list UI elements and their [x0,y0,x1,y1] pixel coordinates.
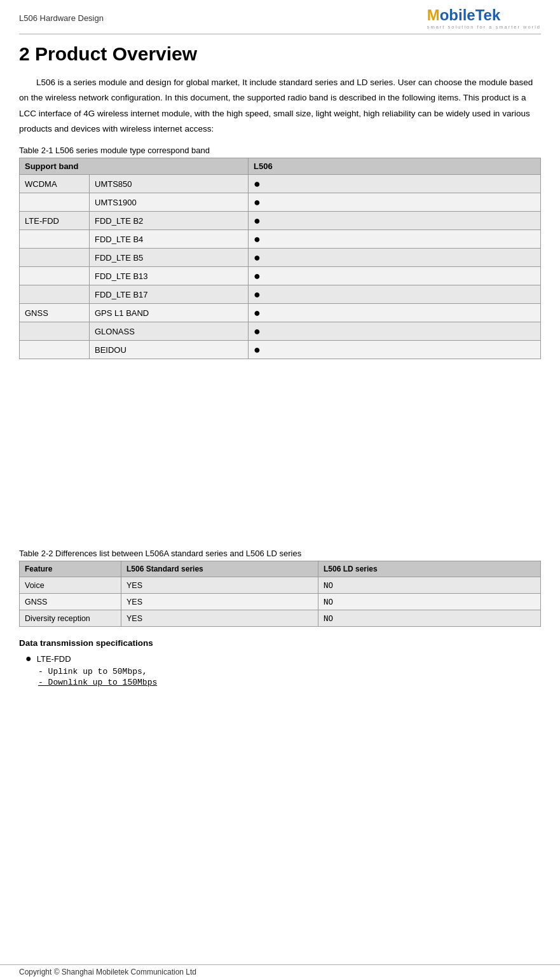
cell-bullet: ● [249,249,541,267]
table-row: UMTS1900 ● [20,193,541,212]
cell-ltefdd: LTE-FDD [20,212,90,230]
cell-empty [20,249,90,267]
dt-heading: Data transmission specifications [19,638,541,648]
document-title: L506 Hardware Design [19,13,104,23]
table-row: FDD_LTE B13 ● [20,267,541,285]
bullet-icon: ● [254,196,261,209]
footer: Copyright © Shanghai Mobiletek Communica… [0,964,560,979]
cell-empty [20,267,90,285]
cell-wcdma: WCDMA [20,175,90,193]
logo-slogan: smart solution for a smarter world [427,24,541,30]
logo-rest: obileTek [440,6,501,24]
table2-header-standard: L506 Standard series [121,561,318,577]
table-row: BEIDOU ● [20,341,541,359]
cell-gnss2: GNSS [20,594,121,610]
table-row: GNSS YES NO [20,594,541,610]
cell-fddlteb5: FDD_LTE B5 [90,249,249,267]
cell-voice: Voice [20,577,121,594]
cell-diversity: Diversity reception [20,610,121,627]
table1-header-support: Support band [20,158,249,175]
table1-caption: Table 2-1 L506 series module type corres… [19,146,541,155]
cell-fddlteb17: FDD_LTE B17 [90,285,249,304]
cell-bullet: ● [249,322,541,341]
cell-bullet: ● [249,175,541,193]
bullet-icon: ● [254,233,261,245]
cell-bullet: ● [249,341,541,359]
table2-header-feature: Feature [20,561,121,577]
bullet-icon: ● [254,214,261,227]
bullet-icon: ● [254,325,261,338]
table-row: Diversity reception YES NO [20,610,541,627]
bullet-icon: ● [254,288,261,301]
table1-header-row: Support band L506 [20,158,541,175]
cell-empty [20,230,90,249]
cell-empty [20,322,90,341]
table1: Support band L506 WCDMA UMTS850 ● UMTS19… [19,158,541,359]
cell-voice-ld: NO [318,577,541,594]
cell-gnss-ld: NO [318,594,541,610]
logo-m-letter: M [427,6,440,24]
cell-empty [20,341,90,359]
table-row: FDD_LTE B5 ● [20,249,541,267]
cell-gnss-standard: YES [121,594,318,610]
table-row: GLONASS ● [20,322,541,341]
cell-umts850: UMTS850 [90,175,249,193]
bullet-icon: ● [254,306,261,319]
table1-header-l506: L506 [249,158,541,175]
cell-bullet: ● [249,304,541,322]
dt-downlink: - Downlink up to 150Mbps [38,678,541,687]
table2-header-row: Feature L506 Standard series L506 LD ser… [20,561,541,577]
table2-header-ld: L506 LD series [318,561,541,577]
logo-icon: MobileTek smart solution for a smarter w… [427,6,541,30]
dt-bullet-icon: ● [25,653,32,664]
intro-paragraph: L506 is a series module and design for g… [19,75,541,137]
dt-uplink: - Uplink up to 50Mbps, [38,667,541,676]
cell-glonass: GLONASS [90,322,249,341]
table-row: LTE-FDD FDD_LTE B2 ● [20,212,541,230]
table-row: FDD_LTE B17 ● [20,285,541,304]
cell-gnss: GNSS [20,304,90,322]
bullet-icon: ● [254,177,261,190]
table-row: Voice YES NO [20,577,541,594]
dt-lte-fdd-item: ● LTE-FDD [25,653,541,664]
table-row: WCDMA UMTS850 ● [20,175,541,193]
bullet-icon: ● [254,343,261,356]
cell-voice-standard: YES [121,577,318,594]
logo: MobileTek smart solution for a smarter w… [427,6,541,30]
dt-lte-fdd-label: LTE-FDD [37,654,71,664]
cell-beidou: BEIDOU [90,341,249,359]
table2-caption: Table 2-2 Differences list between L506A… [19,549,541,558]
cell-fddlteb4: FDD_LTE B4 [90,230,249,249]
cell-bullet: ● [249,212,541,230]
table-row: FDD_LTE B4 ● [20,230,541,249]
bullet-icon: ● [254,270,261,282]
table2: Feature L506 Standard series L506 LD ser… [19,561,541,627]
page-header: L506 Hardware Design MobileTek smart sol… [19,6,541,34]
cell-diversity-ld: NO [318,610,541,627]
cell-fddlteb2: FDD_LTE B2 [90,212,249,230]
cell-empty [20,193,90,212]
table-row: GNSS GPS L1 BAND ● [20,304,541,322]
page-container: L506 Hardware Design MobileTek smart sol… [0,0,560,701]
cell-empty [20,285,90,304]
cell-diversity-standard: YES [121,610,318,627]
page-title: 2 Product Overview [19,43,541,65]
cell-umts1900: UMTS1900 [90,193,249,212]
cell-gpsl1band: GPS L1 BAND [90,304,249,322]
cell-bullet: ● [249,285,541,304]
spacer [19,371,541,549]
data-transmission-section: Data transmission specifications ● LTE-F… [19,638,541,687]
cell-fddlteb13: FDD_LTE B13 [90,267,249,285]
bullet-icon: ● [254,251,261,264]
cell-bullet: ● [249,193,541,212]
copyright-text: Copyright © Shanghai Mobiletek Communica… [19,968,196,976]
cell-bullet: ● [249,230,541,249]
cell-bullet: ● [249,267,541,285]
